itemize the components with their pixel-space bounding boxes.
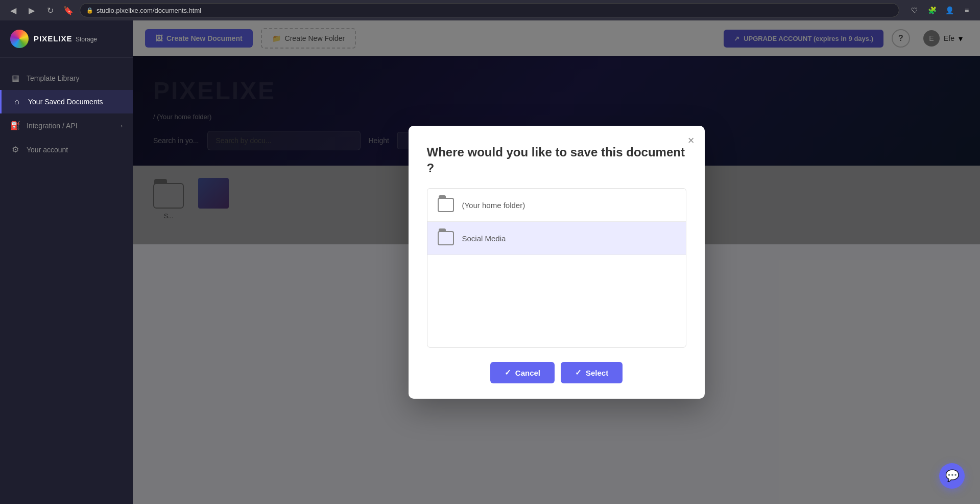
integration-icon: ⛽ xyxy=(10,121,20,130)
bookmark-button[interactable]: 🔖 xyxy=(61,3,76,17)
sidebar: PIXELIXE Storage ▦ Template Library ⌂ Yo… xyxy=(0,20,133,504)
folder-list-item-social-media[interactable]: Social Media xyxy=(427,222,686,255)
back-button[interactable]: ◀ xyxy=(6,3,20,17)
chat-bubble[interactable]: 💬 xyxy=(939,463,965,489)
sidebar-item-label-template: Template Library xyxy=(27,74,80,82)
logo-icon xyxy=(10,30,29,48)
sidebar-item-template-library[interactable]: ▦ Template Library xyxy=(0,66,133,90)
sidebar-item-label-integration: Integration / API xyxy=(27,122,78,130)
sidebar-item-integration-api[interactable]: ⛽ Integration / API › xyxy=(0,113,133,138)
folder-list-item-home[interactable]: (Your home folder) xyxy=(427,189,686,222)
reload-button[interactable]: ↻ xyxy=(43,3,57,17)
browser-actions: 🛡 🧩 👤 ≡ xyxy=(907,3,974,17)
lock-icon: 🔒 xyxy=(86,7,93,14)
save-location-modal: Where would you like to save this docume… xyxy=(409,126,705,399)
cancel-button[interactable]: ✓ Cancel xyxy=(490,362,555,383)
account-icon: ⚙ xyxy=(10,145,20,154)
social-media-folder-icon xyxy=(438,231,454,245)
url-text: studio.pixelixe.com/documents.html xyxy=(97,7,201,14)
select-button[interactable]: ✓ Select xyxy=(561,362,623,383)
logo-wrapper: PIXELIXE Storage xyxy=(34,34,97,43)
browser-chrome: ◀ ▶ ↻ 🔖 🔒 studio.pixelixe.com/documents.… xyxy=(0,0,980,20)
select-label: Select xyxy=(586,369,608,377)
modal-actions: ✓ Cancel ✓ Select xyxy=(427,362,686,383)
sidebar-item-label-saved: Your Saved Documents xyxy=(28,98,103,106)
logo-text: PIXELIXE xyxy=(34,34,73,43)
extensions-icon[interactable]: 🧩 xyxy=(925,3,939,17)
folder-list: (Your home folder) Social Media xyxy=(427,188,686,348)
address-bar[interactable]: 🔒 studio.pixelixe.com/documents.html xyxy=(80,3,899,17)
social-media-folder-name: Social Media xyxy=(462,234,506,243)
main-content: 🖼 Create New Document 📁 Create New Folde… xyxy=(133,20,980,504)
folder-list-empty-space xyxy=(427,255,686,347)
sidebar-item-your-account[interactable]: ⚙ Your account xyxy=(0,138,133,162)
home-folder-name: (Your home folder) xyxy=(462,201,525,210)
menu-icon[interactable]: ≡ xyxy=(960,3,974,17)
cancel-check-icon: ✓ xyxy=(505,368,511,377)
brave-shield-icon[interactable]: 🛡 xyxy=(907,3,922,17)
home-folder-icon xyxy=(438,198,454,212)
sidebar-nav: ▦ Template Library ⌂ Your Saved Document… xyxy=(0,58,133,504)
template-library-icon: ▦ xyxy=(10,73,20,83)
saved-documents-icon: ⌂ xyxy=(12,97,22,106)
modal-title: Where would you like to save this docume… xyxy=(427,144,686,176)
select-check-icon: ✓ xyxy=(575,368,582,377)
modal-overlay: Where would you like to save this docume… xyxy=(133,20,980,504)
sidebar-item-label-account: Your account xyxy=(27,146,68,154)
cancel-label: Cancel xyxy=(515,369,540,377)
sidebar-logo: PIXELIXE Storage xyxy=(0,20,133,58)
forward-button[interactable]: ▶ xyxy=(25,3,39,17)
modal-close-button[interactable]: × xyxy=(688,134,695,147)
sidebar-item-saved-documents[interactable]: ⌂ Your Saved Documents xyxy=(0,90,133,113)
app-container: PIXELIXE Storage ▦ Template Library ⌂ Yo… xyxy=(0,20,980,504)
logo-subtext: Storage xyxy=(76,36,97,43)
chevron-right-icon: › xyxy=(121,123,123,129)
chat-icon: 💬 xyxy=(945,469,959,483)
profile-icon[interactable]: 👤 xyxy=(942,3,957,17)
